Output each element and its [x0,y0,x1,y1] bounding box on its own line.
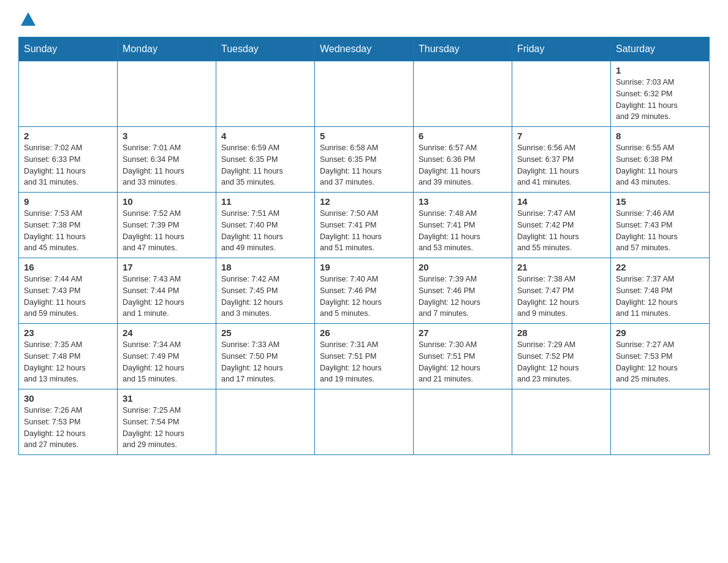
day-info: Sunrise: 7:03 AM Sunset: 6:32 PM Dayligh… [616,77,704,123]
day-info: Sunrise: 7:31 AM Sunset: 7:51 PM Dayligh… [320,339,408,385]
calendar-cell: 9Sunrise: 7:53 AM Sunset: 7:38 PM Daylig… [19,193,118,258]
day-number: 10 [123,196,211,207]
weekday-header-row: SundayMondayTuesdayWednesdayThursdayFrid… [19,37,710,61]
day-info: Sunrise: 7:39 AM Sunset: 7:46 PM Dayligh… [419,274,507,320]
calendar-cell [315,389,414,455]
calendar-cell: 16Sunrise: 7:44 AM Sunset: 7:43 PM Dayli… [19,258,118,324]
day-info: Sunrise: 6:57 AM Sunset: 6:36 PM Dayligh… [419,142,507,188]
calendar-cell: 20Sunrise: 7:39 AM Sunset: 7:46 PM Dayli… [414,258,512,324]
day-number: 22 [616,262,704,272]
calendar-cell: 24Sunrise: 7:34 AM Sunset: 7:49 PM Dayli… [118,324,216,389]
logo [18,12,38,27]
calendar-cell: 18Sunrise: 7:42 AM Sunset: 7:45 PM Dayli… [216,258,315,324]
day-number: 17 [123,262,211,272]
day-number: 25 [221,327,309,338]
calendar-week-3: 9Sunrise: 7:53 AM Sunset: 7:38 PM Daylig… [19,193,710,258]
day-number: 28 [517,327,605,338]
day-info: Sunrise: 7:43 AM Sunset: 7:44 PM Dayligh… [123,274,211,320]
calendar-week-6: 30Sunrise: 7:26 AM Sunset: 7:53 PM Dayli… [19,389,710,455]
day-info: Sunrise: 7:47 AM Sunset: 7:42 PM Dayligh… [517,208,605,254]
weekday-header-monday: Monday [118,37,216,61]
day-info: Sunrise: 7:27 AM Sunset: 7:53 PM Dayligh… [616,339,704,385]
calendar-cell [512,61,611,127]
weekday-header-friday: Friday [512,37,611,61]
day-number: 20 [419,262,507,272]
calendar-cell [414,389,512,455]
calendar-cell: 8Sunrise: 6:55 AM Sunset: 6:38 PM Daylig… [611,127,710,193]
calendar-cell: 27Sunrise: 7:30 AM Sunset: 7:51 PM Dayli… [414,324,512,389]
calendar-cell: 22Sunrise: 7:37 AM Sunset: 7:48 PM Dayli… [611,258,710,324]
calendar-cell: 13Sunrise: 7:48 AM Sunset: 7:41 PM Dayli… [414,193,512,258]
day-info: Sunrise: 7:26 AM Sunset: 7:53 PM Dayligh… [24,405,112,451]
calendar-cell: 19Sunrise: 7:40 AM Sunset: 7:46 PM Dayli… [315,258,414,324]
day-info: Sunrise: 7:52 AM Sunset: 7:39 PM Dayligh… [123,208,211,254]
day-number: 30 [24,393,112,404]
page-header [18,12,710,27]
day-number: 18 [221,262,309,272]
calendar-cell: 7Sunrise: 6:56 AM Sunset: 6:37 PM Daylig… [512,127,611,193]
day-info: Sunrise: 7:42 AM Sunset: 7:45 PM Dayligh… [221,274,309,320]
calendar-cell [315,61,414,127]
day-info: Sunrise: 7:48 AM Sunset: 7:41 PM Dayligh… [419,208,507,254]
day-info: Sunrise: 6:55 AM Sunset: 6:38 PM Dayligh… [616,142,704,188]
day-info: Sunrise: 6:58 AM Sunset: 6:35 PM Dayligh… [320,142,408,188]
day-number: 27 [419,327,507,338]
day-number: 16 [24,262,112,272]
day-info: Sunrise: 7:02 AM Sunset: 6:33 PM Dayligh… [24,142,112,188]
day-info: Sunrise: 7:34 AM Sunset: 7:49 PM Dayligh… [123,339,211,385]
weekday-header-wednesday: Wednesday [315,37,414,61]
weekday-header-saturday: Saturday [611,37,710,61]
calendar-cell: 2Sunrise: 7:02 AM Sunset: 6:33 PM Daylig… [19,127,118,193]
day-info: Sunrise: 7:51 AM Sunset: 7:40 PM Dayligh… [221,208,309,254]
day-info: Sunrise: 7:38 AM Sunset: 7:47 PM Dayligh… [517,274,605,320]
day-number: 19 [320,262,408,272]
weekday-header-sunday: Sunday [19,37,118,61]
day-info: Sunrise: 7:29 AM Sunset: 7:52 PM Dayligh… [517,339,605,385]
calendar-cell: 11Sunrise: 7:51 AM Sunset: 7:40 PM Dayli… [216,193,315,258]
calendar-cell: 26Sunrise: 7:31 AM Sunset: 7:51 PM Dayli… [315,324,414,389]
day-number: 3 [123,131,211,141]
day-number: 15 [616,196,704,207]
calendar-cell [611,389,710,455]
calendar-cell: 10Sunrise: 7:52 AM Sunset: 7:39 PM Dayli… [118,193,216,258]
calendar-week-1: 1Sunrise: 7:03 AM Sunset: 6:32 PM Daylig… [19,61,710,127]
day-number: 7 [517,131,605,141]
day-info: Sunrise: 7:37 AM Sunset: 7:48 PM Dayligh… [616,274,704,320]
day-number: 31 [123,393,211,404]
day-info: Sunrise: 7:01 AM Sunset: 6:34 PM Dayligh… [123,142,211,188]
calendar-cell [118,61,216,127]
calendar-week-2: 2Sunrise: 7:02 AM Sunset: 6:33 PM Daylig… [19,127,710,193]
day-info: Sunrise: 7:33 AM Sunset: 7:50 PM Dayligh… [221,339,309,385]
calendar-cell [216,61,315,127]
calendar-cell: 15Sunrise: 7:46 AM Sunset: 7:43 PM Dayli… [611,193,710,258]
calendar-cell [414,61,512,127]
day-number: 29 [616,327,704,338]
calendar-table: SundayMondayTuesdayWednesdayThursdayFrid… [18,37,710,455]
weekday-header-thursday: Thursday [414,37,512,61]
day-info: Sunrise: 7:35 AM Sunset: 7:48 PM Dayligh… [24,339,112,385]
calendar-cell: 12Sunrise: 7:50 AM Sunset: 7:41 PM Dayli… [315,193,414,258]
calendar-cell: 30Sunrise: 7:26 AM Sunset: 7:53 PM Dayli… [19,389,118,455]
calendar-cell [512,389,611,455]
day-number: 21 [517,262,605,272]
calendar-cell: 3Sunrise: 7:01 AM Sunset: 6:34 PM Daylig… [118,127,216,193]
calendar-week-4: 16Sunrise: 7:44 AM Sunset: 7:43 PM Dayli… [19,258,710,324]
calendar-cell: 5Sunrise: 6:58 AM Sunset: 6:35 PM Daylig… [315,127,414,193]
day-number: 5 [320,131,408,141]
calendar-cell [216,389,315,455]
day-number: 8 [616,131,704,141]
calendar-cell: 14Sunrise: 7:47 AM Sunset: 7:42 PM Dayli… [512,193,611,258]
day-number: 23 [24,327,112,338]
calendar-cell: 17Sunrise: 7:43 AM Sunset: 7:44 PM Dayli… [118,258,216,324]
day-number: 1 [616,65,704,75]
calendar-cell: 4Sunrise: 6:59 AM Sunset: 6:35 PM Daylig… [216,127,315,193]
day-info: Sunrise: 7:53 AM Sunset: 7:38 PM Dayligh… [24,208,112,254]
calendar-cell: 25Sunrise: 7:33 AM Sunset: 7:50 PM Dayli… [216,324,315,389]
day-number: 2 [24,131,112,141]
calendar-cell: 1Sunrise: 7:03 AM Sunset: 6:32 PM Daylig… [611,61,710,127]
day-number: 26 [320,327,408,338]
day-number: 6 [419,131,507,141]
day-info: Sunrise: 7:46 AM Sunset: 7:43 PM Dayligh… [616,208,704,254]
day-info: Sunrise: 7:25 AM Sunset: 7:54 PM Dayligh… [123,405,211,451]
calendar-cell: 23Sunrise: 7:35 AM Sunset: 7:48 PM Dayli… [19,324,118,389]
